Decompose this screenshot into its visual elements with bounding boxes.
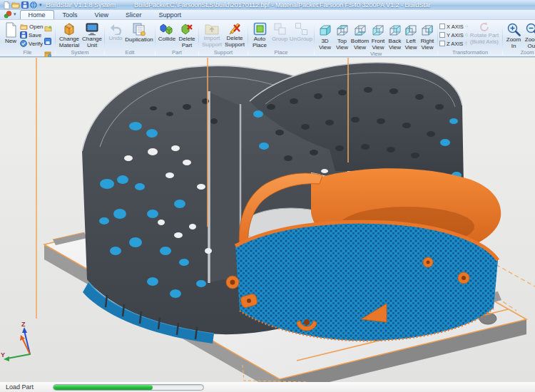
ribbon-group-file: New Open Save Verify — [1, 21, 54, 56]
save-packet-icon — [44, 38, 51, 45]
import-support-icon — [205, 22, 219, 35]
change-material-button[interactable]: Change Material — [57, 21, 81, 48]
view-3d-button[interactable]: 3D View — [316, 21, 334, 51]
tab-tools[interactable]: Tools — [54, 10, 86, 19]
delete-support-button[interactable]: Delete Support — [223, 21, 246, 48]
file-aux-button-1[interactable] — [44, 22, 54, 35]
open-folder-icon — [11, 1, 20, 9]
file-aux-button-2[interactable] — [44, 35, 54, 48]
part-mesh-band — [235, 222, 498, 341]
ribbon-group-view: 3D View Top View Bottom View Front View … — [315, 21, 437, 56]
tab-view[interactable]: View — [86, 10, 117, 19]
zoom-out-button[interactable]: Zoom Out — [523, 21, 535, 49]
group-separator — [437, 22, 438, 55]
rotate-part-button[interactable]: Rotate Part (Build Axis) — [468, 21, 501, 45]
delete-part-button[interactable]: Delete Part — [177, 21, 197, 48]
auto-place-button[interactable]: Auto Place — [250, 21, 270, 48]
view-left-button[interactable]: Left View — [403, 21, 419, 51]
group-label-place: Place — [249, 49, 313, 56]
view-front-button[interactable]: Front View — [370, 21, 387, 51]
view-bottom-cube-icon — [352, 22, 368, 38]
view-front-cube-icon — [370, 22, 386, 38]
group-separator — [314, 22, 315, 55]
delete-support-icon — [228, 22, 242, 35]
group-label-file: File — [1, 49, 54, 56]
qat-dropdown-arrow[interactable]: ▾ — [39, 2, 42, 8]
new-file-quick-button[interactable] — [3, 1, 10, 9]
ungroup-button[interactable]: UnGroup — [290, 21, 312, 43]
application-menu-button[interactable]: ▾ — [0, 10, 20, 19]
ribbon-group-support: Import Support Delete Support Support — [200, 21, 247, 56]
help-quick-button[interactable] — [30, 1, 37, 9]
view-back-cube-icon — [387, 22, 403, 38]
duplication-button[interactable]: Duplication — [125, 21, 153, 43]
group-label-transformation: Transformation — [439, 49, 501, 56]
ribbon-group-zoom: Zoom In Zoom Out Zoom — [504, 21, 535, 56]
view-right-button[interactable]: Right View — [419, 21, 436, 51]
application-menu-arrow: ▾ — [14, 11, 16, 17]
group-label-edit: Edit — [106, 49, 154, 56]
group-label-system: System — [56, 49, 103, 56]
tab-support[interactable]: Support — [150, 10, 190, 19]
delete-part-icon — [180, 22, 194, 36]
status-bar: Load Part — [0, 381, 535, 392]
new-file-icon — [3, 1, 10, 9]
group-separator — [104, 22, 105, 55]
view-back-button[interactable]: Back View — [387, 21, 403, 51]
group-button[interactable]: Group — [270, 21, 290, 43]
duplication-icon — [132, 22, 146, 36]
group-label-support: Support — [200, 49, 247, 56]
viewport-3d-scene[interactable]: Z Y — [0, 58, 535, 382]
tab-slicer[interactable]: Slicer — [117, 10, 151, 19]
new-button[interactable]: New — [1, 21, 20, 45]
quick-access-toolbar: ▾ — [3, 1, 42, 9]
ribbon-group-edit: Undo Duplication Edit — [106, 21, 154, 56]
view-top-cube-icon — [335, 22, 350, 38]
buildstar-window: ▾ BuildStar V1.1.8 SystemBuildPacket:C:\… — [0, 0, 535, 392]
help-globe-icon — [30, 1, 37, 9]
group-icon — [273, 22, 287, 36]
save-button[interactable]: Save — [20, 31, 44, 39]
ribbon-group-transformation: X AXIS Y AXIS Z AXIS — [439, 21, 501, 56]
open-icon — [20, 24, 28, 30]
ungroup-icon — [295, 22, 308, 36]
view-bottom-button[interactable]: Bottom View — [350, 21, 370, 51]
view-3d-cube-icon — [317, 22, 333, 38]
y-axis-checkbox-box — [439, 32, 445, 38]
ribbon-group-system: Change Material Change Unit System — [56, 21, 103, 56]
application-icon — [4, 11, 13, 19]
collide-button[interactable]: Collide — [157, 21, 177, 43]
group-separator — [198, 22, 199, 55]
import-support-button[interactable]: Import Support — [200, 21, 223, 48]
axis-label-y: Y — [1, 351, 5, 359]
title-bar: ▾ BuildStar V1.1.8 SystemBuildPacket:C:\… — [0, 0, 535, 10]
axis-label-z: Z — [21, 321, 26, 328]
undo-icon — [108, 22, 123, 35]
x-axis-checkbox[interactable]: X AXIS — [439, 22, 468, 31]
change-unit-icon — [85, 22, 99, 36]
x-axis-tool-icon — [465, 24, 468, 29]
z-axis-checkbox[interactable]: Z AXIS — [439, 39, 468, 48]
zoom-in-button[interactable]: Zoom In — [504, 21, 523, 49]
group-separator — [502, 22, 503, 55]
open-quick-button[interactable] — [11, 1, 20, 9]
verify-button[interactable]: Verify — [20, 39, 44, 48]
ribbon-group-place: Auto Place Group UnGroup Place — [249, 21, 313, 56]
y-axis-checkbox[interactable]: Y AXIS — [439, 31, 468, 39]
tab-home[interactable]: Home — [20, 10, 54, 19]
collide-icon — [159, 22, 175, 36]
ribbon-group-part: Collide Delete Part Part — [156, 21, 198, 56]
x-axis-checkbox-box — [439, 24, 445, 29]
save-quick-button[interactable] — [21, 1, 29, 9]
group-separator — [155, 22, 156, 55]
viewport-3d[interactable]: Z Y — [0, 57, 535, 381]
undo-button[interactable]: Undo — [106, 21, 125, 42]
view-top-button[interactable]: Top View — [334, 21, 350, 51]
view-left-cube-icon — [403, 22, 419, 38]
z-axis-checkbox-box — [439, 41, 445, 46]
save-icon — [20, 31, 27, 38]
change-material-icon — [62, 22, 76, 36]
change-unit-button[interactable]: Change Unit — [81, 21, 103, 48]
window-title: BuildStar V1.1.8 SystemBuildPacket:C:\Fa… — [46, 1, 431, 9]
open-button[interactable]: Open — [20, 22, 44, 31]
